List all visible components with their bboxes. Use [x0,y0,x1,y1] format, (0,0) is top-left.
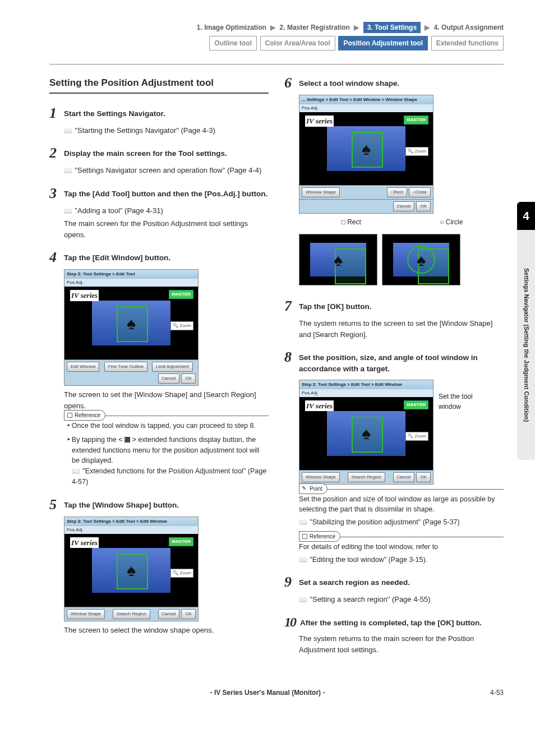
step-number: 6 [284,76,299,90]
device-screenshot-window-shape: Step 3: Tool Settings > Edit Tool > Edit… [64,517,199,621]
step-6: 6 Select a tool window shape. [284,76,504,90]
zoom-button[interactable]: 🔍 Zoom [405,147,428,156]
cancel-button[interactable]: Cancel [158,609,180,619]
manual-title: - IV Series User's Manual (Monitor) - [210,689,325,697]
step-title: Start the Settings Navigator. [64,106,165,119]
step-4: 4 Tap the [Edit Window] button. [49,250,269,265]
shape-preview-circle: ♠ [382,234,460,285]
reference-bullet: Once the tool window is tapped, you can … [66,421,269,431]
reference-box: Reference Once the tool window is tapped… [64,416,269,487]
cross-ref[interactable]: "Setting a search region" (Page 4-55) [299,594,504,605]
search-region-button[interactable]: Search Region [348,472,385,482]
window-shape-button[interactable]: Window Shape [67,609,105,619]
divider [49,64,504,64]
nav-step-2[interactable]: 2. Master Registration [280,24,350,31]
cancel-button[interactable]: Cancel [393,472,415,482]
window-shape-button[interactable]: Window Shape [302,472,340,482]
step-number: 10 [284,615,300,629]
cross-ref[interactable]: "Starting the Settings Navigator" (Page … [64,125,269,136]
fine-tune-button[interactable]: Fine Tune Outline [104,362,147,372]
step-1: 1 Start the Settings Navigator. [49,106,269,121]
edit-window-button[interactable]: Edit Window [67,362,99,372]
screenshot-crumb2: Pos.Adj. [64,279,198,287]
tab-outline-tool[interactable]: Outline tool [209,36,257,50]
iv-series-label: IV series [305,400,334,412]
reference-bullet: By tapping the < ⋮ > extended functions … [66,435,269,487]
tool-tabs: Outline tool Color Area/Area tool Positi… [49,36,504,50]
spade-icon: ♠ [127,557,136,583]
step-title: Tap the [Add Tool] button and then the [… [64,186,268,200]
cross-ref[interactable]: "Settings Navigator screen and operation… [64,165,269,176]
limit-adj-button[interactable]: Limit Adjustment [152,362,193,372]
spade-icon: ♠ [417,247,426,273]
tab-color-area-tool[interactable]: Color Area/Area tool [260,36,335,50]
cross-ref[interactable]: "Editing the tool window" (Page 3-15). [299,555,504,565]
step-7: 7 Tap the [OK] button. [284,299,504,314]
step-number: 2 [49,146,64,160]
screenshot-crumb2: Pos.Adj. [299,389,433,397]
section-title: Setting the Position Adjustment tool [49,76,269,94]
step-number: 8 [284,350,299,365]
circle-label: ○ Circle [402,217,500,227]
screenshot-crumb: ... Settings > Edit Tool > Edit Window >… [299,95,433,104]
cross-ref[interactable]: "Adding a tool" (Page 4-31) [64,205,269,216]
spade-icon: ♠ [334,247,343,273]
screenshot-crumb: Step 3: Tool Settings > Edit Tool [64,270,198,279]
ok-button[interactable]: OK [181,374,196,384]
step-title: Select a tool window shape. [299,76,399,89]
reference-tag: Reference [64,410,105,421]
ok-button[interactable]: OK [416,472,431,482]
page-footer: - IV Series User's Manual (Monitor) - 4-… [0,688,535,698]
master-badge: MASTER [169,290,193,299]
screenshot-crumb: Step 3: Tool Settings > Edit Tool > Edit… [64,517,198,526]
tab-position-adjustment-tool[interactable]: Position Adjustment tool [338,36,428,50]
reference-tag: Reference [299,531,340,542]
master-badge: MASTER [169,537,193,546]
screenshot-crumb2: Pos.Adj. [299,104,433,112]
reference-text: For details of editing the tool window, … [299,542,504,552]
tab-extended-functions[interactable]: Extended functions [431,36,504,50]
nav-step-3[interactable]: 3. Tool Settings [363,22,421,33]
zoom-button[interactable]: 🔍 Zoom [405,432,428,441]
circle-option-button[interactable]: ○Circle [409,187,431,197]
ok-button[interactable]: OK [416,201,431,211]
step-text: The system returns to the main screen fo… [299,633,504,655]
step-text: The main screen for the Position Adjustm… [64,218,269,240]
step-number: 5 [49,497,64,512]
step-text: The screen to set the [Window Shape] and… [64,389,269,411]
master-badge: MASTER [404,116,428,125]
step-8: 8 Set the position, size, and angle of t… [284,350,504,375]
reference-box: Reference For details of editing the too… [299,537,504,565]
shape-labels: □ Rect ○ Circle [299,217,504,227]
point-tag: Point [299,483,328,494]
screenshot-crumb2: Pos.Adj. [64,526,198,534]
step-9: 9 Set a search region as needed. [284,575,504,589]
cross-ref[interactable]: "Stabilizing the position adjustment" (P… [299,517,504,528]
rect-option-button[interactable]: □Rect [387,187,407,197]
ok-button[interactable]: OK [181,609,196,619]
extended-functions-icon: ⋮ [124,437,130,442]
step-3: 3 Tap the [Add Tool] button and then the… [49,186,269,201]
spade-icon: ♠ [362,421,371,446]
window-shape-label: Window Shape [302,187,340,197]
step-number: 1 [49,106,64,121]
cross-ref[interactable]: "Extended functions for the Position Adj… [72,467,266,486]
iv-series-label: IV series [70,290,99,301]
cancel-button[interactable]: Cancel [393,201,415,211]
zoom-button[interactable]: 🔍 Zoom [170,321,193,330]
search-region-button[interactable]: Search Region [113,609,150,619]
device-screenshot-shape-select: ... Settings > Edit Tool > Edit Window >… [299,95,433,214]
shape-preview-rect: ♠ [299,234,377,285]
point-box: Point Set the position and size of tool … [299,489,504,528]
zoom-button[interactable]: 🔍 Zoom [170,569,193,578]
nav-step-1[interactable]: 1. Image Optimization [197,24,266,31]
cancel-button[interactable]: Cancel [158,374,180,384]
step-title: Set the position, size, and angle of too… [299,350,504,375]
spade-icon: ♠ [362,136,371,162]
step-number: 9 [284,575,299,589]
step-text: The screen to select the window shape op… [64,625,269,636]
nav-step-4[interactable]: 4. Output Assignment [434,24,504,31]
step-10: 10 After the setting is completed, tap t… [284,615,504,629]
step-2: 2 Display the main screen for the Tool s… [49,146,269,160]
step-title: Tap the [Window Shape] button. [64,497,179,511]
